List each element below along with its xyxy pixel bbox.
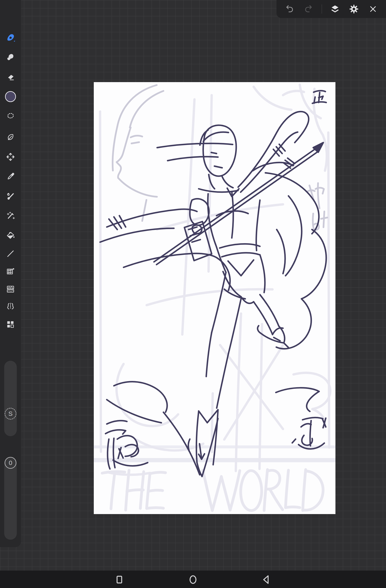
mixer-brush-button[interactable] [2, 188, 19, 204]
back-triangle-icon [261, 573, 273, 586]
layers-button[interactable] [329, 3, 341, 15]
orientation-mark-zheng [312, 91, 326, 103]
tool-sidebar: S 0 [0, 0, 21, 547]
move-arrows-icon [6, 152, 15, 162]
leaf-shape-button[interactable] [2, 129, 19, 145]
brush-icon [6, 32, 15, 42]
back-button[interactable] [259, 573, 274, 587]
smudge-tool-button[interactable] [2, 49, 19, 65]
eyedropper-button[interactable] [2, 168, 19, 184]
eraser-icon [6, 72, 15, 82]
artwork-sketch [94, 82, 335, 514]
line-icon [6, 249, 15, 258]
brush-size-slider[interactable] [4, 361, 17, 436]
paint-bucket-icon [6, 231, 15, 241]
redo-icon [304, 4, 313, 14]
opacity-badge[interactable]: 0 [5, 457, 16, 469]
brush-size-badge[interactable]: S [5, 408, 16, 420]
grid-icon [6, 320, 15, 329]
fill-bucket-button[interactable] [2, 228, 19, 244]
redo-button[interactable] [303, 3, 314, 15]
image-frames-icon [6, 284, 15, 294]
eraser-tool-button[interactable] [2, 69, 19, 85]
transform-move-button[interactable] [2, 149, 19, 165]
undo-button[interactable] [284, 3, 295, 15]
layout-grid-button[interactable] [2, 316, 19, 333]
note-bottom-right-scribble [276, 388, 326, 449]
close-button[interactable] [367, 3, 379, 15]
home-button[interactable] [185, 573, 201, 587]
lasso-icon [6, 111, 15, 120]
leaf-icon [6, 132, 15, 142]
brush-size-label: S [8, 410, 13, 417]
undo-icon [285, 4, 294, 14]
perspective-grid-icon [6, 267, 15, 276]
reference-images-button[interactable] [2, 281, 19, 297]
mixer-brush-icon [6, 191, 15, 201]
opacity-slider[interactable] [4, 457, 17, 540]
toolbar-divider [322, 4, 322, 14]
magic-wand-button[interactable] [2, 208, 19, 224]
close-icon [368, 4, 378, 14]
settings-button[interactable] [348, 3, 360, 15]
gear-icon [349, 4, 359, 14]
recents-button[interactable] [112, 573, 127, 587]
perspective-guides-button[interactable] [2, 264, 19, 279]
symmetry-button[interactable] [2, 298, 19, 314]
smudge-icon [6, 52, 15, 62]
color-swatch-button[interactable] [2, 89, 19, 105]
top-toolbar [276, 0, 386, 18]
lasso-select-button[interactable] [2, 107, 19, 124]
android-nav-bar [0, 570, 386, 588]
underdrawing-face-profile [113, 85, 163, 221]
home-circle-icon [187, 573, 199, 586]
brush-tool-button[interactable] [2, 29, 19, 45]
opacity-label: 0 [9, 459, 12, 466]
recents-square-icon [113, 573, 126, 586]
line-tool-button[interactable] [2, 246, 19, 262]
magic-wand-icon [6, 211, 15, 220]
current-color-swatch [5, 91, 16, 102]
symmetry-icon [6, 301, 15, 311]
layers-icon [330, 4, 340, 14]
drawing-canvas[interactable] [94, 82, 335, 514]
eyedropper-icon [6, 171, 15, 181]
